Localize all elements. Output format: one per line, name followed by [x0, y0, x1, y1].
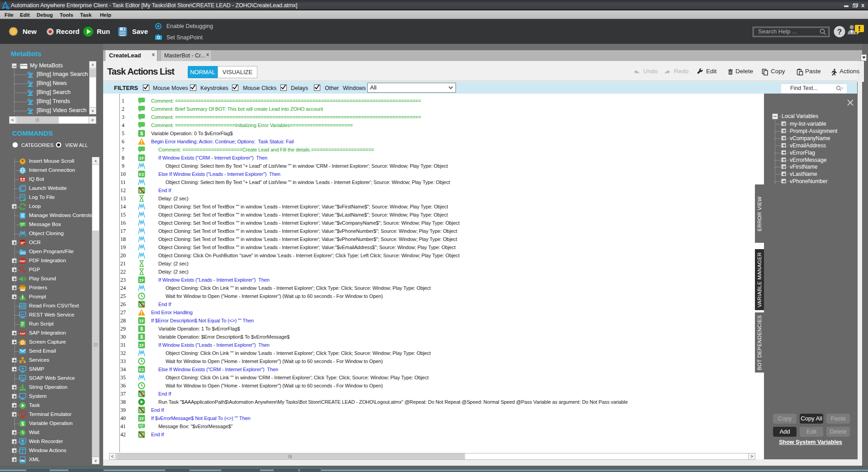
svg-text:XML: XML — [20, 460, 25, 462]
svg-text:$: $ — [21, 421, 24, 426]
svg-text:?: ? — [837, 28, 842, 36]
svg-text:IF: IF — [139, 343, 144, 348]
svg-text:IF: IF — [139, 278, 144, 283]
svg-text:$: $ — [140, 130, 143, 136]
svg-text:$: $ — [140, 334, 143, 340]
svg-text:PDF: PDF — [20, 260, 25, 263]
svg-text:EI: EI — [139, 368, 144, 373]
svg-text:$: $ — [140, 326, 143, 331]
svg-text:IF: IF — [139, 319, 144, 324]
svg-text:SAP: SAP — [20, 332, 25, 335]
svg-text:IF: IF — [139, 156, 144, 161]
svg-text:EI: EI — [139, 172, 144, 177]
svg-text:IF: IF — [139, 416, 144, 421]
